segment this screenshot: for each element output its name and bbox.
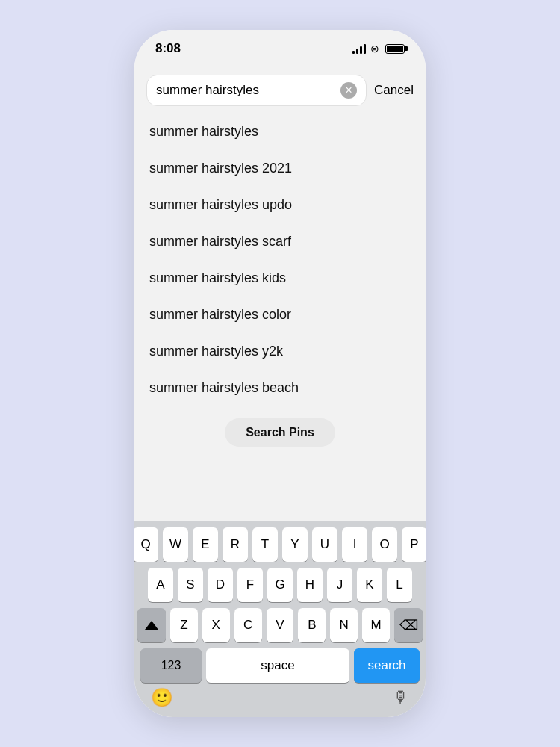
battery-icon: [385, 44, 405, 54]
signal-icon: [352, 43, 366, 54]
key-w[interactable]: W: [163, 527, 188, 562]
key-x[interactable]: X: [202, 608, 230, 642]
cancel-button[interactable]: Cancel: [374, 83, 414, 98]
key-o[interactable]: O: [372, 527, 397, 562]
key-s[interactable]: S: [178, 568, 203, 602]
suggestions-list: summer hairstyles summer hairstyles 2021…: [134, 114, 426, 521]
clear-button[interactable]: [340, 82, 357, 99]
suggestion-item[interactable]: summer hairstyles y2k: [134, 333, 426, 370]
key-v[interactable]: V: [267, 608, 294, 642]
key-j[interactable]: J: [327, 568, 352, 602]
shift-icon: [145, 621, 158, 630]
key-q[interactable]: Q: [134, 527, 158, 562]
suggestion-item[interactable]: summer hairstyles kids: [134, 260, 426, 297]
keyboard-icon-row: 🙂 🎙: [137, 683, 423, 714]
key-f[interactable]: F: [237, 568, 263, 602]
status-bar: 8:08 ⊜: [134, 30, 426, 67]
key-k[interactable]: K: [357, 568, 382, 602]
key-l[interactable]: L: [387, 568, 412, 602]
search-pins-button[interactable]: Search Pins: [225, 418, 335, 447]
search-input-wrapper[interactable]: summer hairstyles: [146, 75, 367, 106]
suggestion-item[interactable]: summer hairstyles 2021: [134, 150, 426, 187]
key-t[interactable]: T: [252, 527, 278, 562]
status-icons: ⊜: [352, 43, 405, 55]
key-e[interactable]: E: [193, 527, 218, 562]
search-input[interactable]: summer hairstyles: [156, 83, 335, 98]
keyboard-row-1: Q W E R T Y U I O P: [137, 527, 423, 562]
suggestion-item[interactable]: summer hairstyles scarf: [134, 223, 426, 260]
search-pins-area: Search Pins: [134, 418, 426, 447]
suggestion-item[interactable]: summer hairstyles: [134, 114, 426, 150]
phone-frame: 8:08 ⊜ summer hairstyles Cancel summer h…: [134, 30, 426, 717]
numbers-key[interactable]: 123: [140, 648, 202, 683]
suggestion-item[interactable]: summer hairstyles beach: [134, 370, 426, 406]
backspace-key[interactable]: ⌫: [394, 608, 423, 642]
key-d[interactable]: D: [208, 568, 233, 602]
keyboard-row-2: A S D F G H J K L: [137, 568, 423, 602]
emoji-key[interactable]: 🙂: [151, 687, 173, 708]
key-m[interactable]: M: [362, 608, 390, 642]
key-n[interactable]: N: [330, 608, 358, 642]
suggestion-item[interactable]: summer hairstyles color: [134, 297, 426, 333]
search-key[interactable]: search: [354, 648, 420, 683]
keyboard-row-3: Z X C V B N M ⌫: [137, 608, 423, 642]
microphone-key[interactable]: 🎙: [393, 688, 409, 707]
key-b[interactable]: B: [298, 608, 326, 642]
status-time: 8:08: [155, 41, 181, 56]
key-h[interactable]: H: [297, 568, 323, 602]
suggestion-item[interactable]: summer hairstyles updo: [134, 187, 426, 223]
key-y[interactable]: Y: [282, 527, 308, 562]
key-i[interactable]: I: [342, 527, 367, 562]
key-p[interactable]: P: [402, 527, 426, 562]
key-a[interactable]: A: [148, 568, 173, 602]
backspace-icon: ⌫: [399, 617, 418, 633]
key-r[interactable]: R: [223, 527, 248, 562]
space-key[interactable]: space: [206, 648, 349, 683]
keyboard: Q W E R T Y U I O P A S D F G H J K L: [134, 521, 426, 717]
shift-key[interactable]: [137, 608, 166, 642]
wifi-icon: ⊜: [370, 43, 379, 55]
key-g[interactable]: G: [267, 568, 293, 602]
key-u[interactable]: U: [312, 527, 337, 562]
key-z[interactable]: Z: [170, 608, 198, 642]
keyboard-bottom-row: 123 space search: [140, 648, 420, 683]
search-area: summer hairstyles Cancel: [134, 67, 426, 114]
key-c[interactable]: C: [234, 608, 262, 642]
